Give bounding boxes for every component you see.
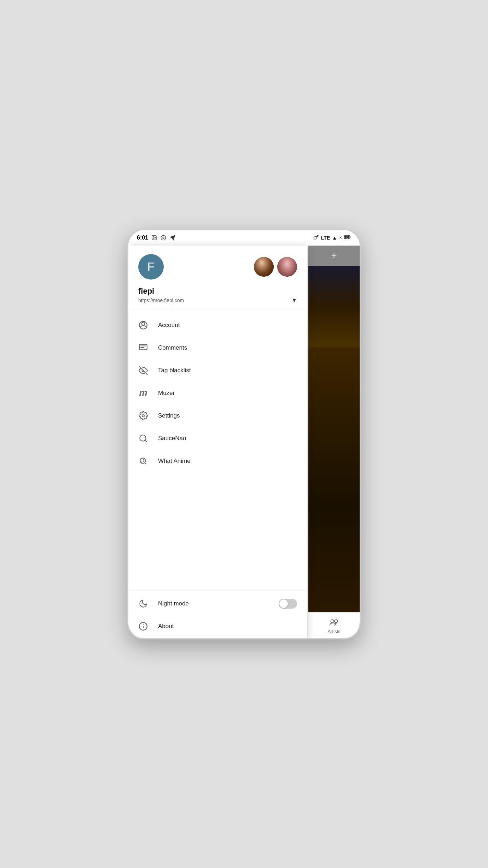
svg-marker-5 (170, 235, 175, 240)
night-mode-toggle[interactable] (279, 599, 297, 609)
what-anime-label: What Anime (158, 458, 191, 465)
menu-item-saucenao[interactable]: SauceNao (128, 427, 307, 450)
menu-item-settings[interactable]: Settings (128, 404, 307, 427)
svg-point-15 (142, 414, 145, 417)
search-refresh-icon (138, 456, 148, 466)
chevron-down-icon[interactable]: ▼ (291, 297, 297, 304)
muzei-icon: m (138, 388, 148, 398)
lte-label: LTE (321, 235, 330, 241)
account-avatar-2[interactable] (277, 257, 297, 277)
drawer-header-top: F (138, 254, 297, 280)
muzei-label: Muzei (158, 390, 174, 397)
bg-image-books (308, 347, 360, 612)
menu-item-what-anime[interactable]: What Anime (128, 450, 307, 472)
phone-frame: 6:01 (127, 229, 361, 639)
profile-url: https://moe.fiepi.com (138, 298, 184, 303)
info-circle-icon (138, 621, 148, 631)
svg-point-8 (334, 620, 337, 623)
gear-icon (138, 411, 148, 421)
add-button[interactable]: + (331, 250, 337, 261)
bg-content: + Artists (308, 246, 360, 639)
svg-point-9 (142, 322, 145, 325)
drawer-header: F fiepi https://moe.fiepi.com (128, 246, 307, 311)
menu-item-night-mode[interactable]: Night mode (128, 592, 307, 615)
menu-item-account[interactable]: Account (128, 314, 307, 337)
account-label: Account (158, 322, 180, 329)
navigation-drawer: F fiepi https://moe.fiepi.com (128, 246, 307, 639)
battery-icon (344, 235, 351, 241)
status-bar: 6:01 (128, 230, 360, 246)
key-icon (313, 234, 319, 241)
status-left: 6:01 (137, 235, 176, 241)
url-row[interactable]: https://moe.fiepi.com ▼ (138, 297, 297, 304)
tag-blacklist-label: Tag blacklist (158, 367, 191, 374)
toggle-knob (279, 599, 288, 608)
bg-image-dark (308, 266, 360, 347)
settings-label: Settings (158, 412, 180, 419)
person-circle-icon (138, 320, 148, 330)
svg-point-7 (331, 620, 334, 623)
avatar[interactable]: F (138, 254, 164, 280)
moon-icon (138, 599, 148, 609)
search-icon (138, 433, 148, 443)
signal-icon: ▲ (332, 235, 337, 241)
signal-x-icon: ✕ (339, 236, 342, 240)
main-layout: + Artists F (128, 246, 360, 639)
artists-label: Artists (327, 629, 340, 634)
drawer-menu: Account Comments (128, 311, 307, 591)
eye-off-icon (138, 366, 148, 375)
account-avatar-1[interactable] (254, 257, 274, 277)
svg-point-1 (153, 236, 154, 237)
svg-point-16 (140, 435, 146, 441)
menu-item-about[interactable]: About (128, 615, 307, 638)
svg-point-3 (163, 237, 164, 238)
menu-item-comments[interactable]: Comments (128, 337, 307, 359)
svg-point-2 (161, 235, 165, 240)
artists-icon (329, 619, 339, 627)
avatar-group (254, 257, 297, 277)
image-icon (151, 235, 157, 241)
drawer-bottom: Night mode About (128, 591, 307, 639)
night-mode-label: Night mode (158, 600, 269, 607)
saucenao-label: SauceNao (158, 435, 186, 442)
username: fiepi (138, 287, 297, 296)
bg-bottom-nav: Artists (308, 612, 360, 639)
send-icon (169, 235, 176, 241)
status-right: LTE ▲ ✕ (313, 234, 351, 241)
svg-line-19 (145, 462, 146, 464)
menu-item-muzei[interactable]: m Muzei (128, 382, 307, 404)
about-label: About (158, 623, 174, 630)
menu-item-tag-blacklist[interactable]: Tag blacklist (128, 359, 307, 382)
comments-icon (138, 343, 148, 353)
comments-label: Comments (158, 344, 187, 351)
bg-top-bar: + (308, 246, 360, 266)
status-time: 6:01 (137, 235, 148, 241)
target-icon (160, 235, 167, 241)
svg-line-17 (145, 440, 147, 442)
